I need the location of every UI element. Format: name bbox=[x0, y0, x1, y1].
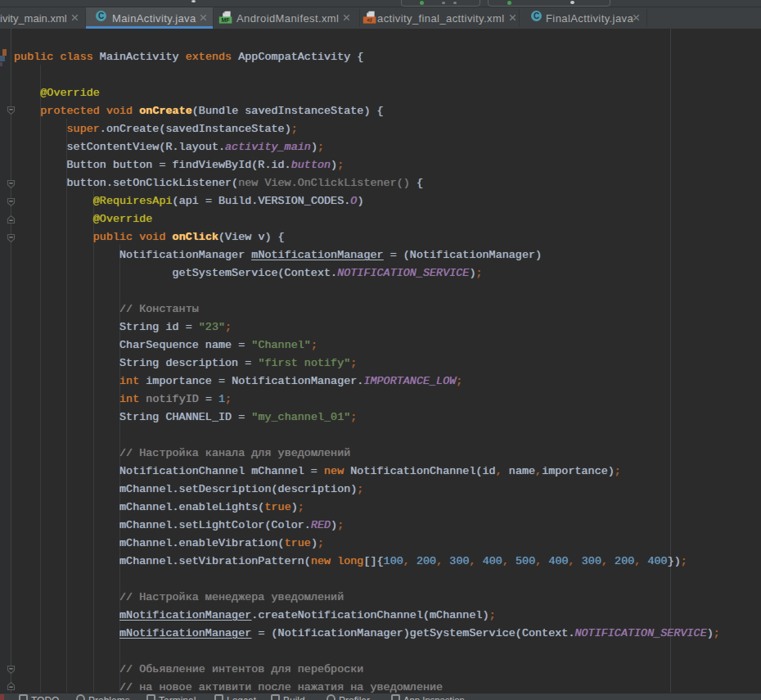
svg-text:</: </ bbox=[367, 17, 371, 23]
svg-text:MF: MF bbox=[221, 17, 230, 23]
